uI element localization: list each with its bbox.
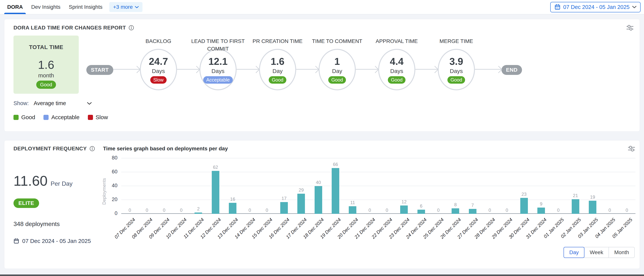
legend-swatch [14,115,18,120]
bar [537,208,545,214]
x-axis-label-slot: 05 Jan 2025 [618,214,636,244]
lead-time-settings-button[interactable] [626,25,634,31]
y-axis-tick: 80 [102,155,118,161]
tab-bar: DORADev InsightsSprint Insights [3,0,107,14]
info-icon[interactable] [128,25,134,31]
x-axis-label-slot: 23 Dec 2024 [396,214,412,244]
x-axis-label-slot: 28 Dec 2024 [481,214,498,244]
stage-circle: 3.9DaysGood [438,49,475,90]
x-axis-label-slot: 08 Dec 2024 [138,214,156,244]
bar [194,213,202,214]
x-axis-label-slot: 07 Dec 2024 [121,214,138,244]
bar-slot: 0 [601,208,618,214]
stage-unit: Days [212,68,224,74]
tab-dora[interactable]: DORA [3,0,27,14]
stage-name: MERGE TIME [425,38,488,45]
x-axis-label-slot: 19 Dec 2024 [327,214,344,244]
info-icon[interactable] [89,146,95,152]
bar-slot: 21 [567,193,584,214]
x-axis-label-slot: 29 Dec 2024 [498,214,515,244]
status-legend: GoodAcceptableSlow [14,114,634,120]
bar-value-label: 0 [266,208,268,213]
total-time-value: 1.6 [38,58,54,71]
bar-slot: 66 [327,162,344,214]
bar-slot: 0 [481,208,498,214]
stage-flow: STARTBACKLOG24.7DaysSlowLEAD TIME TO FIR… [86,36,522,94]
bar-slot: 0 [258,208,276,214]
tab-dev-insights[interactable]: Dev Insights [27,0,64,14]
bar [314,186,322,214]
bar [589,201,596,214]
more-tabs-label: +3 more [113,4,133,10]
stage-name: APPROVAL TIME [366,38,428,45]
stage-value: 24.7 [149,56,168,67]
bar-value-label: 0 [506,208,508,213]
bar-slot: 17 [276,196,292,214]
stage-unit: Day [272,68,282,74]
bar-value-label: 9 [540,201,542,207]
deployment-frequency-card: DEPLOYMENT FREQUENCY Time series graph b… [4,140,640,269]
chart-subtitle: Time series graph based on deployments p… [103,146,228,152]
x-axis-label-slot: 22 Dec 2024 [378,214,396,244]
bar-slot: 0 [173,208,190,214]
y-axis-tick: 60 [102,169,118,175]
tier-badge: ELITE [14,198,39,208]
stage-unit: Days [152,68,165,74]
bar-slot: 40 [310,180,327,214]
date-range-label: 07 Dec 2024 - 05 Jan 2025 [563,4,630,10]
stage-unit: Day [332,68,342,74]
bar-value-label: 6 [420,203,422,209]
stage-value: 1.6 [271,56,284,67]
bar-value-label: 0 [163,208,165,213]
x-axis-label-slot: 30 Dec 2024 [516,214,532,244]
tab-sprint-insights[interactable]: Sprint Insights [65,0,107,14]
deployment-settings-button[interactable] [628,146,636,152]
bar [280,202,288,214]
plot-area: 0204060800000262160017294066110012608700… [121,158,636,214]
deployment-body: 11.60 Per Day ELITE 348 deployments 07 D… [14,153,636,258]
x-axis-label-slot: 31 Dec 2024 [532,214,550,244]
bar-value-label: 62 [213,165,218,170]
more-tabs-button[interactable]: +3 more [109,2,143,12]
x-axis-label-slot: 14 Dec 2024 [241,214,258,244]
date-range-picker[interactable]: 07 Dec 2024 - 05 Jan 2025 [550,2,640,12]
stage-value: 4.4 [390,56,404,67]
show-dropdown[interactable]: Show: Average time [14,100,634,106]
bar-slot: 16 [224,197,241,214]
granularity-day-button[interactable]: Day [564,247,584,258]
deployment-chart: Deployments 0204060800000262160017294066… [103,158,636,258]
rate-value: 11.60 [14,173,48,189]
y-axis-tick: 20 [102,197,118,202]
stage-status-badge: Good [448,76,465,84]
deployment-stats: 11.60 Per Day ELITE 348 deployments 07 D… [14,153,103,258]
bar-slot: 0 [498,208,515,214]
bar-value-label: 2 [197,206,200,212]
bar-slot: 9 [532,201,550,214]
legend-item-acceptable: Acceptable [44,114,79,120]
bars-layer: 0000262160017294066110012608700239021190… [121,158,636,214]
deployment-title-text: DEPLOYMENT FREQUENCY [14,146,87,152]
stage-value: 1 [334,56,340,67]
bar-value-label: 21 [573,193,578,198]
lead-time-card: DORA LEAD TIME FOR CHANGES REPORT TOTAL … [4,19,640,131]
stage-pr-creation-time: PR CREATION TIME1.6DayGood [259,36,296,90]
granularity-month-button[interactable]: Month [608,247,635,258]
flow-arrow-icon [415,69,438,70]
bar-value-label: 40 [316,180,321,185]
x-axis-label-slot: 27 Dec 2024 [464,214,481,244]
flow-arrow-icon [236,69,259,70]
bar-value-label: 0 [248,208,251,213]
stage-status-badge: Acceptable [203,76,233,84]
top-bar: DORADev InsightsSprint Insights +3 more … [0,0,644,15]
legend-swatch [44,115,48,120]
bar-slot: 19 [584,194,601,214]
stage-status-badge: Slow [150,76,166,84]
bar-slot: 0 [361,208,378,214]
bar-value-label: 0 [557,208,560,213]
legend-item-slow: Slow [88,114,108,120]
granularity-week-button[interactable]: Week [584,247,609,258]
bar-value-label: 23 [522,192,526,197]
bar-value-label: 12 [402,199,407,205]
legend-label: Acceptable [51,114,79,120]
bar [332,168,339,214]
